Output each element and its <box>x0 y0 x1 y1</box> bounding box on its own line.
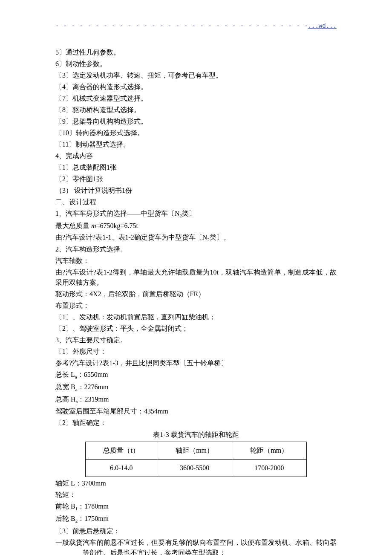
dimension-line: 前轮 B1：1780mm <box>55 501 337 512</box>
header-watermark: ...wd... <box>308 21 337 30</box>
table-header: 轮距（mm） <box>232 442 306 460</box>
table-caption: 表1-3 载货汽车的轴距和轮距 <box>55 430 337 440</box>
text-line: 〔1〕外廓尺寸： <box>55 347 337 357</box>
dimension-line: 总宽 Ba：2276mm <box>55 382 337 393</box>
document-page: ...wd... - - - - - - - - - - - - - - - -… <box>0 0 392 555</box>
deliverable-item: 〔1〕总成装配图1张 <box>55 162 337 173</box>
text: 1、汽车车身形式的选择——中型货车〔N <box>55 210 180 217</box>
text-line: 〔2〕轴距确定： <box>55 418 337 428</box>
header-dashes: - - - - - - - - - - - - - - - - - - - - … <box>55 21 308 30</box>
subsection: 3、汽车主要尺寸确定。 <box>55 335 337 345</box>
text: ：2276mm <box>78 383 109 390</box>
paragraph: 由?汽车设计?表1-2得到，单轴最大允许轴载质量为10t，双轴汽车构造简单，制造… <box>55 267 337 288</box>
step-item: 〔4〕离合器的构造形式选择。 <box>55 82 337 92</box>
text: 后轮 B <box>55 515 75 522</box>
text: ：2319mm <box>78 396 109 403</box>
deliverable-item: 〔2〕零件图1张 <box>55 174 337 184</box>
text: 由?汽车设计?表1-1、表1-2确定货车为中型货车〔N <box>55 234 207 241</box>
table-cell: 3600-5500 <box>157 460 232 477</box>
table-header: 轴距（mm） <box>157 442 232 460</box>
variable: m <box>91 222 96 229</box>
page-header: ...wd... - - - - - - - - - - - - - - - -… <box>55 21 337 30</box>
text: 总高 H <box>55 396 76 403</box>
dimension-line: 后轮 B2：1750mm <box>55 514 337 525</box>
text: 类〕。 <box>210 234 230 241</box>
text-line: 参考?汽车设计?表1-3，并且比照同类车型〔五十铃单桥〕 <box>55 358 337 368</box>
document-body: 5〕通过性几何参数。 6〕制动性参数。 〔3〕选定发动机功率、转速、扭矩，可参考… <box>55 47 337 555</box>
table-cell: 6.0-14.0 <box>86 460 157 477</box>
subsection: 2、汽车构造形式选择。 <box>55 244 337 254</box>
text: 总长 L <box>55 371 75 378</box>
paragraph: 一般载货汽车的前悬不宜过长，但要有足够的纵向布置空间，以便布置发动机、水箱、转向… <box>55 538 337 555</box>
text-line: 驱动形式：4X2，后轮双胎，前置后桥驱动（FR） <box>55 289 337 299</box>
subsection: 1、汽车车身形式的选择——中型货车〔N2类〕 <box>55 208 337 220</box>
step-item: 〔3〕选定发动机功率、转速、扭矩，可参考已有车型。 <box>55 70 337 81</box>
step-item: 〔8〕驱动桥构造型式选择。 <box>55 105 337 115</box>
hanging-paragraph: 一般载货汽车的前悬不宜过长，但要有足够的纵向布置空间，以便布置发动机、水箱、转向… <box>55 538 337 555</box>
text-line: 轴矩 L：3700mm <box>55 478 337 489</box>
text-line: 〔1〕、发动机：发动机前置后驱，直列四缸柴油机； <box>55 312 337 322</box>
wheelbase-table: 总质量（t） 轴距（mm） 轮距（mm） 6.0-14.0 3600-5500 … <box>85 442 307 477</box>
text: =6750kg=6.75t <box>96 222 138 229</box>
text: ：1750mm <box>78 515 109 522</box>
text: ：6550mm <box>77 371 108 378</box>
section-heading: 4、完成内容 <box>55 151 337 161</box>
param-item: 5〕通过性几何参数。 <box>55 47 337 58</box>
dimension-line: 总长 La：6550mm <box>55 370 337 381</box>
dimension-line: 总高 Ha：2319mm <box>55 394 337 405</box>
text-line: 布置形式： <box>55 301 337 311</box>
text-line: 驾驶室后围至车箱尾部尺寸：4354mm <box>55 406 337 416</box>
text-line: 汽车轴数： <box>55 256 337 266</box>
step-item: 〔11〕制动器型式选择。 <box>55 139 337 150</box>
text-line: 〔3〕前悬后悬确定： <box>55 526 337 536</box>
table-row: 总质量（t） 轴距（mm） 轮距（mm） <box>86 442 307 460</box>
text: 总宽 B <box>55 383 75 390</box>
table-cell: 1700-2000 <box>232 460 306 477</box>
text: 前轮 B <box>55 503 75 510</box>
text-line: 最大总质量 m=6750kg=6.75t <box>55 221 337 231</box>
text: 最大总质量 <box>55 222 91 229</box>
text-line: 轮矩： <box>55 490 337 500</box>
param-item: 6〕制动性参数。 <box>55 59 337 69</box>
section-heading: 二、设计过程 <box>55 197 337 207</box>
deliverable-item: （3） 设计计算说明书1份 <box>55 185 337 196</box>
step-item: 〔9〕悬架导向机构构造形式。 <box>55 116 337 127</box>
table-header: 总质量（t） <box>86 442 157 460</box>
step-item: 〔10〕转向器构造形式选择。 <box>55 128 337 138</box>
table-row: 6.0-14.0 3600-5500 1700-2000 <box>86 460 307 477</box>
text: ：1780mm <box>78 503 109 510</box>
text-line: 由?汽车设计?表1-1、表1-2确定货车为中型货车〔N2类〕。 <box>55 232 337 243</box>
text: 类〕 <box>182 210 196 217</box>
text-line: 〔2〕、驾驶室形式：平头，全金属封闭式； <box>55 324 337 334</box>
step-item: 〔7〕机械式变速器型式选择。 <box>55 93 337 104</box>
